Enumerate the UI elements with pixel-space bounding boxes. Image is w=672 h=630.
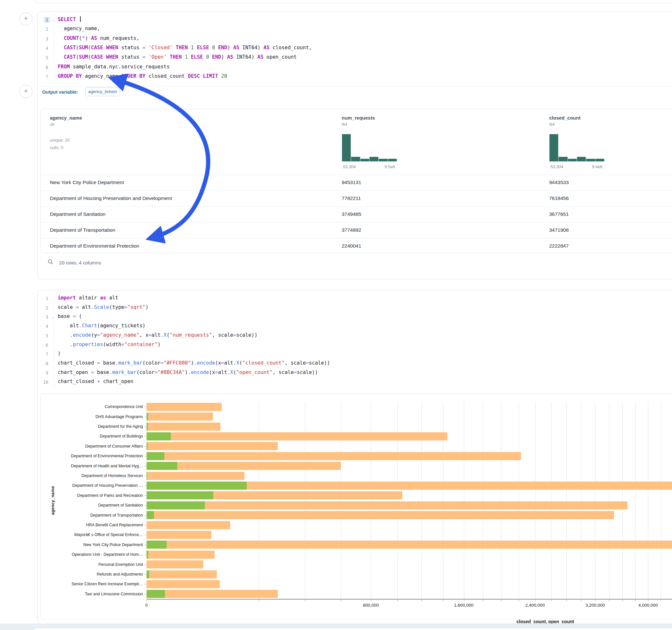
line-number: 10 [38, 379, 54, 385]
gutter-divider [54, 292, 54, 387]
y-axis-title: agency_name [51, 486, 55, 515]
code-token: 0 [206, 54, 209, 60]
x-axis-tick [483, 600, 483, 601]
code-token: CASE [91, 54, 103, 60]
line-number-text: 8 [44, 361, 50, 366]
code-token: as [100, 295, 106, 301]
bar-open [146, 422, 148, 431]
code-line[interactable]: COUNT(*) AS num_requests, [58, 35, 139, 41]
y-axis-label: Department of Environmental Protection [71, 454, 143, 458]
code-line[interactable]: SELECT [58, 16, 81, 22]
y-axis-tick [145, 545, 146, 545]
code-token: = [233, 332, 236, 338]
x-axis-tick [443, 600, 443, 601]
code-token: ( [76, 313, 82, 319]
histogram-max-label: 9.4e6 [592, 164, 603, 169]
line-number-text: 3 [44, 314, 50, 320]
code-token: altair [76, 295, 100, 301]
fold-caret-icon[interactable]: ⌄ [50, 18, 54, 22]
line-number: 4 [38, 45, 54, 51]
code-token: ELSE [197, 45, 209, 51]
line-number: 9 [38, 370, 54, 376]
chart-plot-area [146, 402, 672, 599]
line-number-text: 2 [44, 305, 50, 311]
y-axis-tick [145, 436, 146, 437]
code-line[interactable]: alt.Chart(agency_tickets) [58, 323, 146, 329]
code-token: "sqrt" [127, 304, 146, 310]
line-number: 3⌄ [38, 314, 54, 320]
python-code-editor[interactable]: 1 import altair as alt2 scale = alt.Scal… [38, 290, 672, 389]
line-number-text: 4 [44, 323, 50, 329]
bar-open [146, 491, 213, 500]
output-variable-pill[interactable]: agency_tickets [85, 87, 120, 96]
column-header[interactable]: num_requestsi64 [342, 115, 375, 127]
code-token [182, 54, 185, 60]
chart-output: Correspondence UnitDHS Advantage Program… [40, 393, 672, 619]
table-row[interactable]: Department of Environmental Protection22… [41, 238, 672, 253]
x-axis-tick [622, 600, 623, 601]
line-number: 1⌄ [38, 17, 54, 23]
code-line[interactable]: CAST(SUM(CASE WHEN status = 'Open' THEN … [58, 54, 296, 60]
fold-caret-icon[interactable]: ⌄ [50, 315, 54, 319]
cell-closed-count: 2222847 [549, 243, 569, 249]
x-axis-tick [635, 600, 636, 601]
x-axis-tick-label: 0 [145, 603, 148, 608]
code-token: INT64) [233, 54, 257, 60]
code-token: AS [91, 35, 97, 41]
code-line[interactable]: agency_name, [58, 26, 100, 31]
code-token: , scale [285, 360, 306, 366]
code-token: agency_name [82, 73, 121, 79]
cell-closed-count: 3471908 [549, 227, 569, 233]
code-token [58, 45, 64, 51]
column-type: str [50, 122, 82, 127]
table-row[interactable]: Department of Housing Preservation and D… [41, 191, 672, 207]
code-line[interactable]: ) [58, 350, 61, 357]
code-token: .encode [188, 369, 209, 375]
line-number-text: 6 [44, 342, 50, 348]
code-token: AS [227, 54, 233, 60]
bar-open [146, 511, 154, 519]
code-line[interactable]: chart_closed = base.mark_bar(color="#FFC… [58, 360, 330, 366]
table-row[interactable]: Department of Sanitation37494853677651 [41, 207, 672, 223]
histogram-bar [388, 159, 397, 162]
code-line[interactable]: base = ( [58, 313, 82, 319]
code-token: .X [227, 369, 233, 375]
code-line[interactable]: chart_open = base.mark_bar(color="#8BC34… [58, 369, 318, 375]
code-token: (type [109, 304, 124, 310]
code-token: LIMIT [203, 73, 218, 79]
table-row[interactable]: Department of Transportation377489234719… [41, 222, 672, 239]
column-header[interactable]: closed_counti64 [549, 115, 581, 127]
code-line[interactable]: chart_closed + chart_open [58, 379, 133, 384]
code-line[interactable]: import altair as alt [58, 295, 118, 301]
line-number: 2 [38, 305, 54, 311]
code-token: (width [103, 342, 121, 347]
search-icon[interactable] [47, 259, 54, 266]
y-axis-tick [145, 407, 146, 407]
sql-code-editor[interactable]: 1⌄SELECT 2 agency_name,3 COUNT(*) AS num… [38, 12, 672, 86]
table-row[interactable]: New York City Police Department945313194… [41, 175, 672, 191]
line-number: 4 [38, 323, 54, 329]
gridline [609, 402, 609, 599]
y-axis-tick [145, 495, 146, 496]
add-cell-button-output[interactable]: + [20, 85, 32, 98]
code-token: = [154, 369, 158, 375]
bar-closed [146, 413, 213, 421]
add-cell-button-top[interactable]: + [20, 12, 32, 25]
column-header[interactable]: agency_namestr [50, 115, 82, 127]
gridline [595, 402, 596, 599]
code-token: scale [58, 304, 76, 310]
code-token: .mark_bar [115, 360, 142, 366]
row-count-label: 20 rows, 4 columns [59, 260, 101, 265]
code-token: .X [161, 332, 167, 338]
code-line[interactable]: .encode(y="agency_name", x=alt.X("num_re… [58, 332, 257, 338]
code-token: chart_closed [58, 379, 97, 384]
code-line[interactable]: CAST(SUM(CASE WHEN status = 'Closed' THE… [58, 45, 312, 51]
bar-open [146, 571, 149, 579]
code-token [218, 73, 221, 79]
bar-closed [146, 403, 222, 411]
code-line[interactable]: FROM sample_data.nyc.service_requests [58, 64, 170, 70]
line-number-text: 5 [44, 333, 50, 339]
code-line[interactable]: .properties(width="container") [58, 342, 161, 347]
code-line[interactable]: GROUP BY agency_name ORDER BY closed_cou… [58, 73, 227, 79]
code-line[interactable]: scale = alt.Scale(type="sqrt") [58, 304, 148, 310]
